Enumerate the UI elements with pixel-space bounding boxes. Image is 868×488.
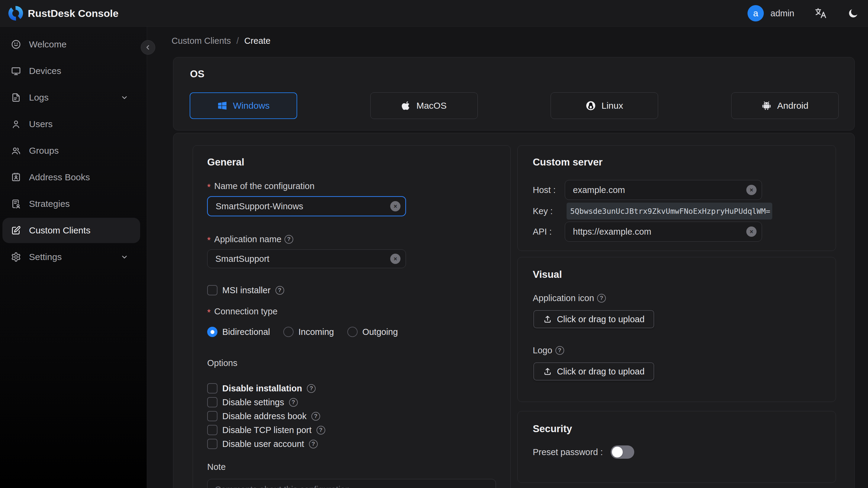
radio-icon[interactable] bbox=[207, 327, 217, 337]
sidebar-item-label: Custom Clients bbox=[29, 225, 90, 236]
config-name-input[interactable] bbox=[207, 196, 406, 216]
sidebar-item-label: Groups bbox=[29, 146, 59, 156]
msi-installer-checkbox[interactable] bbox=[207, 285, 217, 295]
checkbox-icon[interactable] bbox=[207, 425, 217, 435]
visual-title: Visual bbox=[533, 269, 562, 280]
key-field: 5Qbwsde3unUcJBtrx9ZkvUmwFNoExHzpryHuPUdq… bbox=[566, 203, 772, 219]
sidebar-item-label: Strategies bbox=[29, 199, 70, 209]
general-section: General * Name of the configuration × * … bbox=[193, 145, 511, 488]
os-button-label: Windows bbox=[233, 100, 270, 111]
clear-config-name-icon[interactable]: × bbox=[390, 201, 401, 211]
option-disable-address-book[interactable]: Disable address book ? bbox=[207, 411, 325, 421]
clear-api-icon[interactable]: × bbox=[746, 226, 756, 237]
radio-incoming[interactable]: Incoming bbox=[283, 327, 334, 337]
users-icon bbox=[11, 146, 21, 156]
api-input[interactable] bbox=[565, 222, 762, 242]
sidebar-item-logs[interactable]: Logs bbox=[0, 84, 147, 111]
option-disable-settings[interactable]: Disable settings ? bbox=[207, 397, 325, 407]
help-icon[interactable]: ? bbox=[597, 294, 606, 303]
sidebar-collapse-button[interactable] bbox=[141, 40, 155, 55]
sidebar-item-users[interactable]: Users bbox=[0, 111, 147, 138]
linux-penguin-icon bbox=[586, 100, 596, 111]
gear-icon bbox=[11, 252, 21, 262]
host-input[interactable] bbox=[565, 180, 762, 200]
radio-icon[interactable] bbox=[283, 327, 293, 337]
rustdesk-logo-icon bbox=[8, 5, 24, 21]
sidebar-item-welcome[interactable]: Welcome bbox=[0, 31, 147, 58]
help-icon[interactable]: ? bbox=[284, 235, 293, 244]
logo-upload-button[interactable]: Click or drag to upload bbox=[533, 362, 654, 380]
address-book-icon bbox=[11, 172, 21, 182]
checkbox-icon[interactable] bbox=[207, 439, 217, 449]
sidebar-item-label: Address Books bbox=[29, 172, 90, 182]
sidebar-item-address-books[interactable]: Address Books bbox=[0, 164, 147, 190]
msi-installer-label: MSI installer bbox=[222, 285, 271, 295]
sidebar-item-label: Settings bbox=[29, 252, 62, 262]
upload-icon bbox=[543, 315, 552, 324]
apple-icon bbox=[401, 100, 411, 111]
application-name-input[interactable] bbox=[207, 249, 406, 268]
sidebar-item-label: Welcome bbox=[29, 39, 66, 50]
checkbox-icon[interactable] bbox=[207, 411, 217, 421]
sidebar-item-devices[interactable]: Devices bbox=[0, 58, 147, 84]
key-label: Key : bbox=[533, 206, 553, 216]
application-name-label: * Application name ? bbox=[207, 234, 293, 245]
breadcrumb-parent[interactable]: Custom Clients bbox=[172, 36, 231, 46]
help-icon[interactable]: ? bbox=[311, 412, 320, 421]
general-section-title: General bbox=[207, 156, 244, 168]
sidebar-item-groups[interactable]: Groups bbox=[0, 138, 147, 164]
preset-password-toggle[interactable] bbox=[611, 446, 634, 459]
config-name-label: * Name of the configuration bbox=[207, 181, 314, 191]
os-button-macos[interactable]: MacOS bbox=[370, 92, 478, 119]
api-label: API : bbox=[533, 226, 552, 237]
custom-server-section: Custom server Host : × Key : 5Qbwsde3unU… bbox=[517, 145, 836, 251]
checkbox-icon[interactable] bbox=[207, 383, 217, 394]
sidebar-item-label: Logs bbox=[29, 92, 49, 103]
os-button-android[interactable]: Android bbox=[731, 92, 839, 119]
help-icon[interactable]: ? bbox=[316, 426, 325, 434]
clear-application-name-icon[interactable]: × bbox=[390, 254, 401, 264]
sidebar-item-strategies[interactable]: Strategies bbox=[0, 190, 147, 217]
options-title: Options bbox=[207, 358, 238, 368]
help-icon[interactable]: ? bbox=[555, 346, 564, 355]
chevron-down-icon[interactable] bbox=[120, 253, 129, 261]
note-textarea[interactable] bbox=[207, 479, 496, 488]
note-label: Note bbox=[207, 461, 226, 472]
app-icon-upload-button[interactable]: Click or drag to upload bbox=[533, 310, 654, 328]
username[interactable]: admin bbox=[770, 8, 794, 19]
dark-mode-toggle-icon[interactable] bbox=[847, 7, 860, 20]
os-button-linux[interactable]: Linux bbox=[551, 92, 658, 119]
help-icon[interactable]: ? bbox=[309, 440, 318, 449]
avatar[interactable]: a bbox=[747, 5, 764, 22]
topbar: RustDesk Console a admin bbox=[0, 0, 868, 27]
breadcrumb-current: Create bbox=[244, 36, 271, 46]
upload-button-label: Click or drag to upload bbox=[557, 367, 645, 376]
preset-password-row: Preset password : bbox=[533, 446, 634, 459]
help-icon[interactable]: ? bbox=[289, 398, 298, 407]
toggle-knob bbox=[612, 447, 623, 458]
option-disable-user-account[interactable]: Disable user account ? bbox=[207, 439, 325, 449]
help-icon[interactable]: ? bbox=[275, 286, 284, 295]
os-section: OS Windows MacOS Linux bbox=[173, 57, 855, 130]
connection-type-label: * Connection type bbox=[207, 306, 278, 317]
checkbox-icon[interactable] bbox=[207, 397, 217, 407]
option-disable-tcp-listen-port[interactable]: Disable TCP listen port ? bbox=[207, 425, 325, 435]
option-disable-installation[interactable]: Disable installation ? bbox=[207, 383, 325, 394]
radio-outgoing[interactable]: Outgoing bbox=[347, 327, 398, 337]
radio-icon[interactable] bbox=[347, 327, 358, 337]
sidebar-item-settings[interactable]: Settings bbox=[0, 244, 147, 270]
sidebar-item-label: Users bbox=[29, 119, 53, 129]
chevron-down-icon[interactable] bbox=[120, 93, 129, 102]
os-button-windows[interactable]: Windows bbox=[190, 92, 297, 119]
msi-installer-row: MSI installer ? bbox=[207, 285, 284, 295]
user-icon bbox=[11, 119, 21, 129]
sidebar-item-custom-clients[interactable]: Custom Clients bbox=[2, 218, 140, 243]
visual-section: Visual Application icon ? Click or drag … bbox=[517, 257, 836, 402]
radio-bidirectional[interactable]: Bidirectional bbox=[207, 327, 270, 337]
connection-type-group: Bidirectional Incoming Outgoing bbox=[207, 327, 398, 337]
clear-host-icon[interactable]: × bbox=[746, 185, 756, 195]
breadcrumb-separator: / bbox=[237, 36, 239, 46]
options-list: Disable installation ? Disable settings … bbox=[207, 383, 325, 449]
translate-icon[interactable] bbox=[814, 7, 827, 20]
help-icon[interactable]: ? bbox=[307, 384, 316, 393]
